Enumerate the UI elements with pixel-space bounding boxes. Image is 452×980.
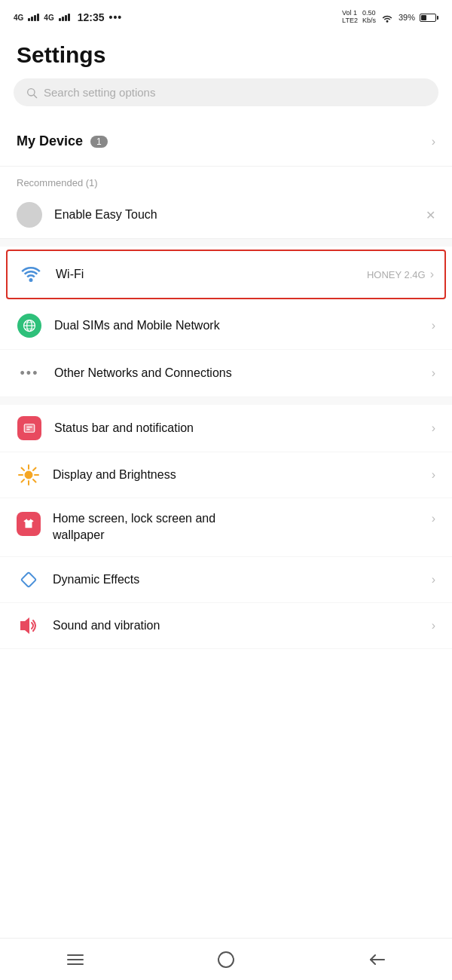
wifi-row-left: Wi-Fi bbox=[18, 262, 84, 287]
speed-label: 0.50Kb/s bbox=[362, 10, 376, 25]
divider-1 bbox=[0, 239, 452, 247]
status-right: Vol 1LTE2 0.50Kb/s 39% bbox=[342, 10, 438, 25]
shirt-icon bbox=[22, 517, 35, 531]
easy-touch-row[interactable]: Enable Easy Touch ✕ bbox=[0, 191, 452, 239]
other-networks-chevron: › bbox=[432, 366, 435, 380]
svg-line-17 bbox=[33, 468, 36, 471]
wifi-row-right: HONEY 2.4G › bbox=[367, 268, 434, 281]
sound-label: Sound and vibration bbox=[53, 619, 160, 632]
other-networks-label: Other Networks and Connections bbox=[54, 366, 232, 380]
sound-icon-wrap bbox=[17, 614, 41, 638]
easy-touch-close-icon[interactable]: ✕ bbox=[426, 208, 435, 222]
home-icon-wrap bbox=[17, 512, 41, 536]
recommended-section-label: Recommended (1) bbox=[0, 167, 452, 191]
dual-sim-label: Dual SIMs and Mobile Network bbox=[54, 319, 220, 332]
signal-2-label: 4G bbox=[44, 14, 53, 22]
svg-rect-8 bbox=[26, 427, 32, 428]
page-title: Settings bbox=[17, 42, 105, 67]
globe-icon bbox=[17, 314, 41, 338]
status-left: 4G 4G 12:35 ••• bbox=[14, 11, 122, 23]
home-screen-label: Home screen, lock screen andwallpaper bbox=[53, 510, 215, 544]
wifi-icon-wrap bbox=[18, 262, 44, 287]
dynamic-effects-chevron: › bbox=[432, 573, 435, 586]
wifi-chevron: › bbox=[430, 268, 434, 281]
status-bar-notification-label: Status bar and notification bbox=[54, 421, 194, 435]
menu-icon bbox=[66, 953, 84, 966]
display-label: Display and Brightness bbox=[53, 468, 176, 482]
statusbar-icon bbox=[17, 416, 41, 440]
dual-sim-chevron: › bbox=[432, 319, 435, 332]
nav-home-button[interactable] bbox=[207, 945, 245, 975]
display-chevron: › bbox=[432, 468, 435, 482]
diamond-icon bbox=[18, 569, 39, 590]
easy-touch-icon-wrap bbox=[17, 202, 42, 228]
svg-line-16 bbox=[33, 479, 36, 482]
status-bar-chevron: › bbox=[432, 421, 435, 435]
signal-bars-2 bbox=[59, 14, 70, 21]
home-screen-left: Home screen, lock screen andwallpaper bbox=[17, 510, 215, 544]
svg-rect-9 bbox=[26, 429, 30, 430]
svg-rect-19 bbox=[21, 572, 36, 587]
bottom-nav bbox=[0, 938, 452, 980]
wifi-row[interactable]: Wi-Fi HONEY 2.4G › bbox=[6, 250, 446, 299]
status-bar: 4G 4G 12:35 ••• Vol 1LTE2 0.50Kb/s 39% bbox=[0, 0, 452, 32]
nav-back-button[interactable] bbox=[358, 945, 396, 975]
dynamic-effects-row[interactable]: Dynamic Effects › bbox=[0, 557, 452, 603]
divider-2 bbox=[0, 397, 452, 405]
signal-1-label: 4G bbox=[14, 14, 23, 22]
svg-line-18 bbox=[22, 479, 25, 482]
svg-point-10 bbox=[25, 471, 32, 479]
easy-touch-left: Enable Easy Touch bbox=[17, 202, 157, 228]
sun-icon bbox=[17, 464, 40, 486]
my-device-badge: 1 bbox=[90, 136, 108, 148]
wifi-status-icon bbox=[380, 12, 394, 23]
diamond-icon-wrap bbox=[17, 568, 41, 592]
dual-sim-left: Dual SIMs and Mobile Network bbox=[17, 313, 220, 338]
status-bar-row[interactable]: Status bar and notification › bbox=[0, 405, 452, 452]
easy-touch-label: Enable Easy Touch bbox=[54, 208, 157, 222]
home-screen-chevron: › bbox=[432, 512, 435, 525]
easy-touch-circle-icon bbox=[17, 202, 42, 228]
wifi-label: Wi-Fi bbox=[56, 268, 84, 281]
search-icon bbox=[26, 87, 38, 99]
three-dots-icon: ••• bbox=[20, 366, 39, 381]
header: Settings bbox=[0, 32, 452, 75]
status-time: 12:35 bbox=[78, 11, 105, 23]
home-screen-row[interactable]: Home screen, lock screen andwallpaper › bbox=[0, 498, 452, 557]
wifi-icon bbox=[20, 266, 41, 283]
battery-icon bbox=[420, 14, 438, 22]
vol-label: Vol 1LTE2 bbox=[342, 10, 358, 25]
nav-menu-button[interactable] bbox=[56, 945, 94, 975]
back-icon bbox=[368, 953, 386, 966]
dynamic-effects-left: Dynamic Effects bbox=[17, 568, 139, 592]
dual-sim-row[interactable]: Dual SIMs and Mobile Network › bbox=[0, 302, 452, 350]
svg-line-1 bbox=[34, 95, 37, 98]
dynamic-effects-label: Dynamic Effects bbox=[53, 573, 139, 586]
sound-icon bbox=[17, 615, 40, 636]
display-row-left: Display and Brightness bbox=[17, 463, 176, 487]
my-device-label: My Device bbox=[17, 133, 83, 149]
my-device-left: My Device 1 bbox=[17, 133, 108, 149]
sun-icon-wrap bbox=[17, 463, 41, 487]
status-bar-row-left: Status bar and notification bbox=[17, 415, 194, 441]
dual-sim-icon-wrap bbox=[17, 313, 42, 338]
home-nav-icon bbox=[217, 951, 235, 969]
battery-percent: 39% bbox=[399, 13, 415, 22]
svg-rect-7 bbox=[24, 424, 35, 433]
my-device-chevron: › bbox=[432, 135, 435, 149]
svg-point-24 bbox=[218, 952, 234, 967]
search-placeholder: Search setting options bbox=[44, 86, 155, 99]
display-row[interactable]: Display and Brightness › bbox=[0, 452, 452, 498]
svg-line-15 bbox=[22, 468, 25, 471]
other-networks-row[interactable]: ••• Other Networks and Connections › bbox=[0, 350, 452, 397]
sound-row-left: Sound and vibration bbox=[17, 614, 160, 638]
other-networks-left: ••• Other Networks and Connections bbox=[17, 360, 232, 386]
search-bar[interactable]: Search setting options bbox=[14, 78, 438, 106]
sound-row[interactable]: Sound and vibration › bbox=[0, 603, 452, 649]
svg-marker-20 bbox=[20, 617, 29, 634]
wifi-value: HONEY 2.4G bbox=[367, 269, 426, 280]
my-device-row[interactable]: My Device 1 › bbox=[0, 117, 452, 167]
other-networks-icon-wrap: ••• bbox=[17, 360, 42, 386]
sound-chevron: › bbox=[432, 619, 435, 632]
status-bar-icon-wrap bbox=[17, 415, 42, 441]
